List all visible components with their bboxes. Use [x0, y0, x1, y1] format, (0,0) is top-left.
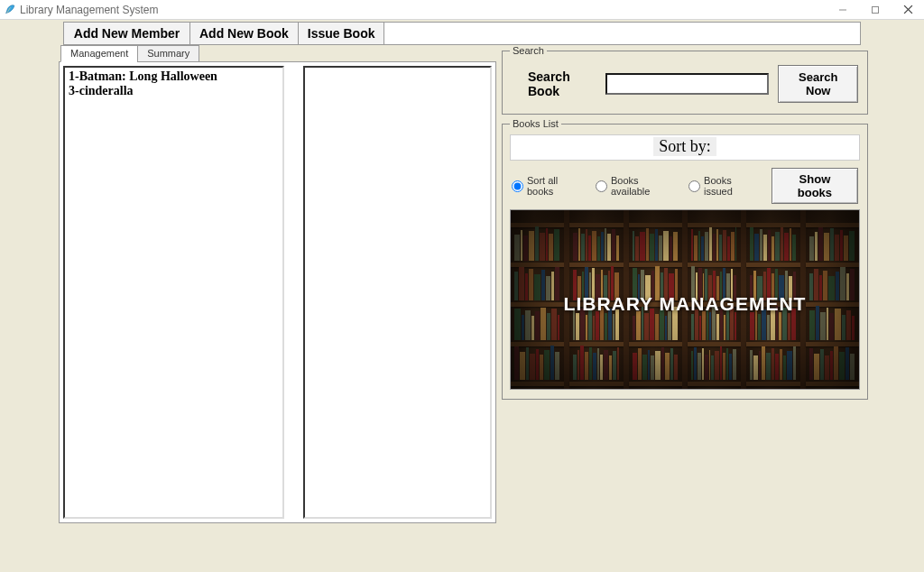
- search-group: Search Search Book Search Now: [502, 45, 868, 115]
- radio-books-issued-label: Books issued: [704, 175, 761, 197]
- search-now-button[interactable]: Search Now: [778, 65, 858, 103]
- list-item[interactable]: 1-Batman: Long Halloween: [69, 69, 279, 84]
- sort-by-label: Sort by:: [653, 137, 716, 156]
- scroll-up-hint: ▴: [283, 69, 284, 86]
- radio-books-available-input[interactable]: [596, 180, 607, 192]
- radio-sort-all-label: Sort all books: [527, 175, 585, 197]
- radio-books-available-label: Books available: [611, 175, 678, 197]
- title-bar: Library Management System: [0, 0, 924, 20]
- radio-books-issued[interactable]: Books issued: [688, 175, 761, 197]
- library-image: LIBRARY MANAGEMENT: [510, 209, 860, 390]
- right-column: Search Search Book Search Now Books List…: [502, 45, 868, 523]
- tab-panel-management: ▴ 1-Batman: Long Halloween3-cinderalla: [59, 61, 496, 523]
- books-listbox[interactable]: ▴ 1-Batman: Long Halloween3-cinderalla: [63, 66, 284, 519]
- books-list-group: Books List Sort by: Sort all books Books…: [502, 118, 868, 400]
- sort-by-header: Sort by:: [510, 134, 860, 161]
- show-books-button[interactable]: Show books: [772, 168, 858, 204]
- minimize-button[interactable]: [827, 1, 859, 19]
- issue-book-button[interactable]: Issue Book: [299, 23, 385, 44]
- radio-books-available[interactable]: Books available: [596, 175, 678, 197]
- main-area: Management Summary ▴ 1-Batman: Long Hall…: [59, 45, 868, 523]
- window-controls: [827, 1, 924, 19]
- books-list-legend: Books List: [510, 118, 561, 129]
- tab-strip: Management Summary: [59, 45, 496, 62]
- search-legend: Search: [510, 45, 547, 56]
- maximize-button[interactable]: [859, 1, 892, 19]
- library-image-caption: LIBRARY MANAGEMENT: [511, 293, 859, 315]
- radio-books-issued-input[interactable]: [688, 180, 700, 192]
- svg-rect-1: [873, 6, 879, 13]
- tab-management[interactable]: Management: [60, 45, 138, 62]
- toolbar: Add New Member Add New Book Issue Book: [63, 22, 861, 45]
- search-input[interactable]: [605, 73, 769, 95]
- window-title: Library Management System: [20, 4, 158, 16]
- close-button[interactable]: [892, 1, 924, 19]
- add-member-button[interactable]: Add New Member: [64, 23, 190, 44]
- list-item[interactable]: 3-cinderalla: [69, 84, 279, 98]
- radio-sort-all[interactable]: Sort all books: [512, 175, 585, 197]
- tab-summary[interactable]: Summary: [137, 45, 199, 62]
- search-label: Search Book: [512, 69, 596, 98]
- add-book-button[interactable]: Add New Book: [190, 23, 299, 44]
- sort-radio-row: Sort all books Books available Books iss…: [510, 164, 860, 209]
- details-listbox[interactable]: [303, 66, 492, 519]
- toolbar-filler: [384, 23, 860, 44]
- radio-sort-all-input[interactable]: [512, 180, 523, 192]
- tabs-container: Management Summary ▴ 1-Batman: Long Hall…: [59, 45, 496, 523]
- feather-icon: [4, 4, 16, 16]
